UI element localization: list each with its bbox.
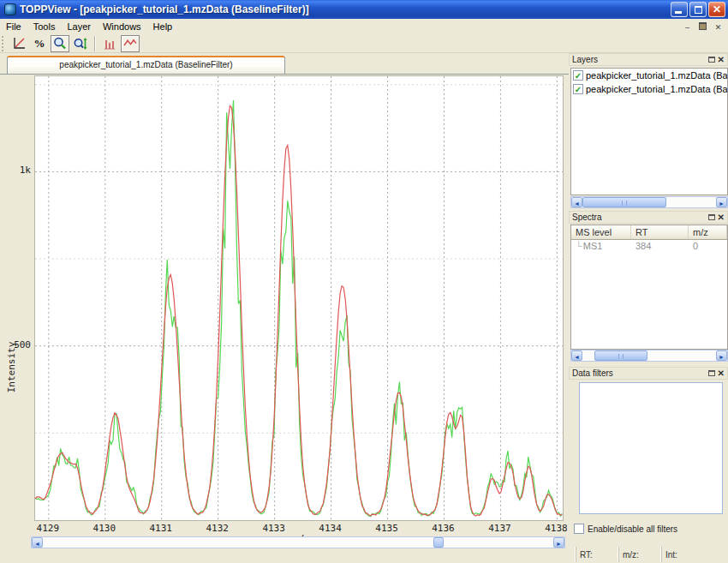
layer-label: peakpicker_tutorial_1.mzData (BaselineFi… <box>586 70 727 81</box>
mdi-restore-icon <box>699 22 707 30</box>
menu-help[interactable]: Help <box>147 20 179 33</box>
magnifier-arrows-icon <box>73 36 88 51</box>
data-filters-list[interactable] <box>579 382 723 514</box>
scroll-right-icon: ► <box>556 541 562 547</box>
scroll-left-button[interactable]: ◄ <box>571 350 582 361</box>
enable-filters-row: Enable/disable all filters <box>574 524 677 534</box>
scroll-right-icon: ► <box>719 201 725 207</box>
right-dock: Layers ✕ ✓ peakpicker_tutorial_1.mzData … <box>569 53 728 563</box>
data-filters-panel-title: Data filters <box>572 368 613 378</box>
layers-scroll-thumb[interactable] <box>582 197 666 207</box>
layers-horizontal-scrollbar: ◄ ► <box>570 196 728 208</box>
chart-scroll-thumb[interactable] <box>433 537 444 548</box>
toolbar-separator <box>94 36 96 51</box>
minimize-icon <box>675 11 682 14</box>
x-tick-label: 4135 <box>370 523 404 534</box>
percent-icon: % <box>34 37 45 51</box>
layer-item[interactable]: ✓ peakpicker_tutorial_1.mzData (Baseline… <box>571 69 727 82</box>
thumb-grip-icon <box>622 201 627 206</box>
layers-panel-title: Layers <box>572 55 598 64</box>
status-int: Int: <box>661 547 697 562</box>
minimize-button[interactable] <box>671 2 688 17</box>
tab-spectrum-view[interactable]: peakpicker_tutorial_1.mzData (BaselineFi… <box>7 56 285 74</box>
scroll-left-button[interactable]: ◄ <box>571 197 582 207</box>
data-filters-panel-header: Data filters ✕ <box>569 367 728 380</box>
x-tick-label: 4137 <box>482 523 516 534</box>
app-icon <box>4 3 16 15</box>
status-bar: RT: m/z: Int: <box>569 547 728 562</box>
x-tick-label: 4130 <box>87 523 122 534</box>
scroll-right-button[interactable]: ► <box>716 197 727 207</box>
layer-label: peakpicker_tutorial_1.mzData (BaselineFi… <box>586 84 727 94</box>
spectra-float-icon[interactable] <box>708 214 715 220</box>
menu-bar: File Tools Layer Windows Help – ✕ <box>0 19 728 34</box>
data-filters-close-icon[interactable]: ✕ <box>718 370 725 377</box>
mdi-minimize-button[interactable]: – <box>681 21 694 33</box>
mdi-restore-button[interactable] <box>696 21 709 33</box>
chart-horizontal-scrollbar: ◄ ► <box>31 536 565 548</box>
draw-raw-data-button[interactable] <box>121 35 140 52</box>
spectra-close-icon[interactable]: ✕ <box>718 214 725 221</box>
reset-zoom-button[interactable] <box>9 35 28 52</box>
menu-file[interactable]: File <box>0 20 27 33</box>
cell-mz: 0 <box>689 240 727 253</box>
menu-layer[interactable]: Layer <box>61 20 97 33</box>
spectrum-plot-area[interactable] <box>34 75 564 521</box>
layers-list: ✓ peakpicker_tutorial_1.mzData (Baseline… <box>570 68 728 195</box>
layers-float-icon[interactable] <box>708 57 715 63</box>
x-tick-label: 4136 <box>426 523 460 534</box>
measure-mode-button[interactable] <box>71 35 90 52</box>
toolbar-handle[interactable] <box>2 36 7 51</box>
chart-scroll-track[interactable] <box>43 537 553 548</box>
data-filters-float-icon[interactable] <box>708 370 715 376</box>
layer-checkbox-checked-icon[interactable]: ✓ <box>573 70 583 81</box>
layers-close-icon[interactable]: ✕ <box>718 57 725 63</box>
x-tick-label: 4129 <box>31 523 65 534</box>
spectra-table-header: MS level RT m/z <box>571 225 727 240</box>
column-header-rt[interactable]: RT <box>631 225 689 239</box>
restore-icon <box>695 6 702 14</box>
spectrum-chart-panel: Intensity 412941304131413241334134413541… <box>0 75 567 563</box>
column-header-mz[interactable]: m/z <box>689 225 727 239</box>
mdi-close-button[interactable]: ✕ <box>712 21 725 33</box>
spectra-table: MS level RT m/z └MS1 384 0 <box>570 225 728 350</box>
y-tick-label: 1k <box>5 165 31 176</box>
enable-filters-checkbox[interactable] <box>574 524 584 534</box>
zoom-mode-button[interactable] <box>51 35 69 52</box>
intensity-percentage-button[interactable]: % <box>30 35 49 52</box>
layer-checkbox-checked-icon[interactable]: ✓ <box>573 84 583 94</box>
scroll-left-icon: ◄ <box>574 354 580 360</box>
cell-rt: 384 <box>631 240 689 253</box>
close-button[interactable]: ✕ <box>708 2 725 17</box>
menu-tools[interactable]: Tools <box>27 20 62 33</box>
close-icon: ✕ <box>709 3 725 16</box>
spectra-scroll-track[interactable] <box>582 350 716 361</box>
spectra-panel-title: Spectra <box>572 213 601 222</box>
axes-diagonal-icon <box>11 36 27 51</box>
spectra-table-row[interactable]: └MS1 384 0 <box>571 240 727 253</box>
status-rt: RT: <box>576 547 612 562</box>
enable-filters-label: Enable/disable all filters <box>588 524 677 534</box>
status-mz: m/z: <box>618 547 654 562</box>
title-bar: TOPPView - [peakpicker_tutorial_1.mzData… <box>0 0 728 19</box>
layers-scroll-track[interactable] <box>582 197 716 207</box>
tree-branch-icon: └ <box>576 241 582 251</box>
scroll-right-button[interactable]: ► <box>553 537 564 548</box>
toolbar: % <box>0 34 728 53</box>
y-tick-label: 500 <box>5 339 31 350</box>
spectra-scroll-thumb[interactable] <box>594 350 647 361</box>
scroll-left-icon: ◄ <box>34 541 40 547</box>
menu-windows[interactable]: Windows <box>97 20 147 33</box>
x-tick-label: 4131 <box>144 523 178 534</box>
spectrum-svg <box>35 76 563 520</box>
restore-button[interactable] <box>689 2 707 17</box>
scroll-right-button[interactable]: ► <box>716 350 727 361</box>
bars-icon <box>102 36 117 51</box>
window-title: TOPPView - [peakpicker_tutorial_1.mzData… <box>20 3 671 15</box>
spectra-panel-header: Spectra ✕ <box>569 211 728 224</box>
layer-item[interactable]: ✓ peakpicker_tutorial_1.mzData (Baseline… <box>571 82 727 96</box>
column-header-ms-level[interactable]: MS level <box>571 225 631 239</box>
scroll-left-icon: ◄ <box>574 201 580 207</box>
draw-peaks-button[interactable] <box>100 35 119 52</box>
scroll-left-button[interactable]: ◄ <box>32 537 43 548</box>
